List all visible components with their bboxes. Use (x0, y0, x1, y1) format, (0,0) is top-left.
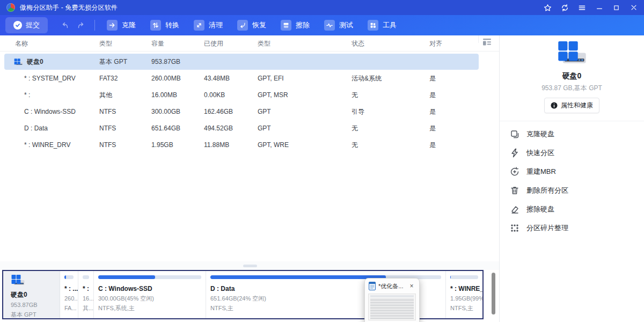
col-status[interactable]: 状态 (352, 35, 364, 52)
name-cell: D : Data (24, 120, 48, 137)
status-cell: 无 (352, 120, 358, 137)
part-type-cell: GPT, MSR (258, 87, 288, 104)
toolbar-button-label: 克隆 (122, 20, 136, 30)
disk-summary-panel: 硬盘0 953.87 GB,基本 GPT 属性和健康 (500, 35, 644, 121)
toolbar-button-label: 测试 (339, 20, 353, 30)
toolbar-erase-button[interactable]: 擦除 (277, 18, 313, 33)
capacity-cell: 260.00MB (151, 70, 181, 87)
list-view-icon[interactable] (478, 35, 492, 43)
toolbar-button-label: 擦除 (296, 20, 310, 30)
wipe-disk-icon (510, 204, 519, 214)
disk-map-disk-block[interactable]: 硬盘0 953.87GB 基本 GPT (3, 271, 60, 318)
recover-icon (237, 20, 248, 31)
sidebar-item-rebuild-mbr[interactable]: 重建MBR (500, 162, 644, 181)
disk-size: 953.87GB (11, 300, 60, 310)
part-type-cell: GPT (258, 120, 271, 137)
toolbar-clone-button[interactable]: 克隆 (104, 18, 139, 33)
defragment-icon (510, 223, 519, 233)
col-aligned[interactable]: 对齐 (429, 35, 442, 52)
col-type[interactable]: 类型 (99, 35, 112, 52)
col-name[interactable]: 名称 (15, 35, 28, 52)
table-row-system-drv[interactable]: * : SYSTEM_DRV FAT32 260.00MB 43.48MB GP… (0, 70, 499, 87)
partition-block-msr[interactable]: * : 16.... 其... (78, 271, 94, 318)
maximize-icon[interactable] (612, 4, 620, 12)
submit-label: 提交 (26, 20, 40, 30)
popup-window-thumbnail[interactable] (368, 294, 416, 320)
status-cell: 无 (352, 87, 358, 104)
aligned-cell: 是 (429, 120, 436, 137)
name-cell: * : WINRE_DRV (24, 137, 70, 153)
toolbar-separator (94, 20, 95, 31)
disk-table: 硬盘0 基本 GPT 953.87GB * : SYSTEM_DRV FAT32… (0, 52, 499, 153)
toolbar-recover-button[interactable]: 恢复 (234, 18, 269, 33)
type-cell: NTFS (99, 120, 116, 137)
status-cell: 引导 (352, 104, 364, 120)
used-cell: 162.46GB (204, 104, 233, 120)
disk-name-cell: 硬盘0 (14, 54, 43, 70)
submit-button[interactable]: 提交 (5, 17, 48, 33)
type-cell: FAT32 (99, 70, 118, 87)
popup-close-icon[interactable]: × (408, 282, 415, 290)
vertical-scrollbar-thumb[interactable] (492, 273, 495, 314)
col-part-type[interactable]: 类型 (258, 35, 270, 52)
toolbar-tools-button[interactable]: 工具 (364, 18, 400, 33)
table-row-d-data[interactable]: D : Data NTFS 651.64GB 494.52GB GPT 无 是 (0, 120, 499, 137)
partition-block-winre[interactable]: * : WINRE_... 1.95GB(99%... NTFS,主 (446, 271, 482, 318)
capacity-cell: 953.87GB (151, 54, 180, 70)
splitter-drag-handle[interactable] (243, 265, 257, 267)
used-cell: 11.88MB (204, 137, 229, 153)
toolbar-convert-button[interactable]: 转换 (147, 18, 182, 33)
clone-icon (107, 20, 118, 31)
refresh-icon[interactable] (561, 4, 569, 12)
part-type-cell: GPT, EFI (258, 70, 284, 87)
table-row-disk0[interactable]: 硬盘0 基本 GPT 953.87GB (0, 54, 499, 70)
sidebar-item-defragment[interactable]: 分区碎片整理 (500, 218, 644, 237)
test-icon (324, 20, 335, 31)
minimize-icon[interactable] (595, 4, 603, 12)
sidebar-item-wipe-disk[interactable]: 擦除硬盘 (500, 200, 644, 218)
aligned-cell: 是 (429, 137, 436, 153)
capacity-cell: 651.64GB (151, 120, 180, 137)
undo-icon[interactable] (60, 21, 69, 30)
hard-disk-icon (11, 275, 25, 286)
taskbar-preview-popup[interactable]: *优化备... × (364, 278, 420, 322)
usage-bar (98, 275, 201, 279)
sidebar-item-clone-disk[interactable]: 克隆硬盘 (500, 125, 644, 143)
check-icon (13, 21, 22, 30)
col-used[interactable]: 已使用 (204, 35, 223, 52)
convert-icon (150, 20, 161, 31)
table-row-winre-drv[interactable]: * : WINRE_DRV NTFS 1.95GB 11.88MB GPT, W… (0, 137, 499, 153)
status-cell: 活动&系统 (352, 70, 382, 87)
main-content: 名称 类型 容量 已使用 类型 状态 对齐 硬盘0 基本 GPT 953.87G… (0, 35, 499, 322)
sidebar-item-quick-partition[interactable]: 快速分区 (500, 143, 644, 162)
favorite-icon[interactable] (544, 4, 552, 12)
title-bar: 傲梅分区助手 - 免费无损分区软件 (0, 0, 644, 15)
col-capacity[interactable]: 容量 (151, 35, 164, 52)
partition-block-system-drv[interactable]: * : ... 260... FA... (60, 271, 78, 318)
sidebar-item-delete-all-partitions[interactable]: 删除所有分区 (500, 181, 644, 200)
name-cell: * : (24, 87, 30, 104)
redo-icon[interactable] (76, 21, 85, 30)
properties-health-button[interactable]: 属性和健康 (544, 98, 599, 113)
clone-disk-icon (510, 129, 519, 139)
app-logo-icon (6, 3, 15, 12)
tools-icon (368, 20, 378, 31)
sidebar-actions: 克隆硬盘 快速分区 重建MBR 删除所有分区 擦除硬盘 分区碎片整理 (500, 121, 644, 237)
quick-partition-icon (510, 148, 519, 158)
right-sidebar: 硬盘0 953.87 GB,基本 GPT 属性和健康 克隆硬盘 快速分区 重建M… (499, 35, 644, 322)
usage-bar (83, 275, 89, 279)
toolbar-cleanup-button[interactable]: 清理 (191, 18, 226, 33)
hard-disk-icon (557, 41, 587, 65)
aligned-cell: 是 (429, 70, 436, 87)
capacity-cell: 300.00GB (151, 104, 180, 120)
partition-block-c-windows-ssd[interactable]: C : Windows-SSD 300.00GB(45% 空闲) NTFS,系统… (94, 271, 206, 318)
table-row-c-windows-ssd[interactable]: C : Windows-SSD NTFS 300.00GB 162.46GB G… (0, 104, 499, 120)
toolbar-test-button[interactable]: 测试 (321, 18, 356, 33)
popup-title: *优化备... (378, 282, 405, 290)
capacity-cell: 1.95GB (151, 137, 173, 153)
info-icon (551, 102, 558, 109)
rebuild-mbr-icon (510, 167, 519, 177)
close-icon[interactable] (630, 4, 638, 12)
table-row-msr[interactable]: * : 其他 16.00MB 0.00KB GPT, MSR 无 是 (0, 87, 499, 104)
menu-icon[interactable] (578, 4, 586, 12)
